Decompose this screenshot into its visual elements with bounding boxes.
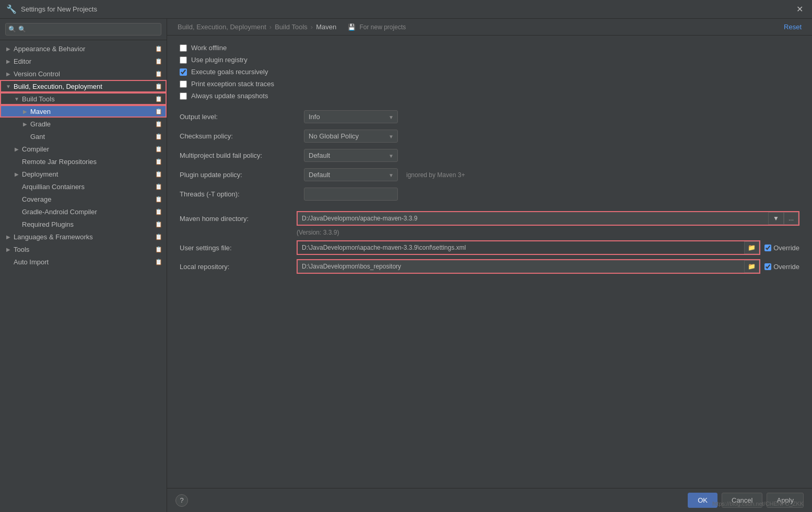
print-exception-checkbox[interactable] (180, 80, 187, 88)
sidebar-item-tools[interactable]: ▶ Tools 📋 (0, 243, 167, 255)
sidebar-label: Maven (29, 108, 153, 115)
local-repo-label: Local repository: (180, 263, 295, 271)
arrow-icon: ▶ (4, 44, 13, 53)
sidebar-item-maven[interactable]: ▶ Maven 📋 (0, 105, 167, 118)
sidebar-label: Build, Execution, Deployment (13, 83, 153, 90)
content-area: Build, Execution, Deployment › Build Too… (167, 19, 812, 512)
sidebar-item-build-exec-deploy[interactable]: ▼ Build, Execution, Deployment 📋 (0, 80, 167, 92)
save-icon: 📋 (155, 121, 162, 127)
save-icon: 📋 (155, 108, 162, 115)
maven-home-browse-button[interactable]: ... (784, 212, 798, 225)
local-repo-input[interactable] (298, 260, 744, 273)
for-new-projects-label: 💾 For new projects (348, 24, 406, 31)
maven-version-text: (Version: 3.3.9) (180, 229, 799, 236)
breadcrumb-item-2: Build Tools (275, 23, 308, 31)
always-update-checkbox[interactable] (180, 92, 187, 100)
local-repo-row: Local repository: 📁 Override (180, 259, 799, 274)
always-update-label[interactable]: Always update snapshots (191, 92, 268, 100)
user-settings-override-label[interactable]: Override (773, 244, 799, 252)
arrow-icon: ▶ (4, 57, 13, 65)
output-level-label: Output level: (180, 113, 300, 121)
save-icon: 📋 (155, 158, 162, 165)
work-offline-checkbox[interactable] (180, 44, 187, 52)
sidebar-item-coverage[interactable]: ▶ Coverage 📋 (0, 193, 167, 205)
user-settings-row: User settings file: 📁 Override (180, 240, 799, 255)
user-settings-browse-button[interactable]: 📁 (744, 241, 759, 254)
sidebar-item-appearance[interactable]: ▶ Appearance & Behavior 📋 (0, 42, 167, 55)
save-icon: 📋 (155, 96, 162, 102)
save-icon: 📋 (155, 45, 162, 52)
save-icon: 📋 (155, 58, 162, 65)
sidebar-item-editor[interactable]: ▶ Editor 📋 (0, 55, 167, 67)
bottom-bar: ? OK Cancel Apply (167, 488, 812, 512)
breadcrumb: Build, Execution, Deployment › Build Too… (178, 23, 406, 31)
local-repo-browse-button[interactable]: 📁 (744, 260, 759, 273)
search-icon: 🔍 (8, 26, 16, 33)
search-input[interactable] (5, 23, 161, 36)
sidebar-item-compiler[interactable]: ▶ Compiler 📋 (0, 143, 167, 155)
save-icon: 📋 (155, 234, 162, 240)
threads-row: Threads (-T option): (180, 188, 799, 201)
sidebar-item-arquillian[interactable]: ▶ Arquillian Containers 📋 (0, 180, 167, 193)
multiproject-policy-row: Multiproject build fail policy: Default … (180, 149, 799, 162)
sidebar-label: Coverage (21, 195, 153, 203)
save-icon: 📋 (155, 133, 162, 140)
sidebar-item-gant[interactable]: ▶ Gant 📋 (0, 130, 167, 143)
print-exception-label[interactable]: Print exception stack traces (191, 80, 274, 88)
sidebar: 🔍 ▶ Appearance & Behavior 📋 ▶ Editor 📋 ▶… (0, 19, 167, 512)
maven-home-dropdown-button[interactable]: ▼ (768, 212, 784, 225)
arrow-icon: ▶ (13, 145, 21, 153)
sidebar-label: Deployment (21, 170, 153, 178)
sidebar-item-auto-import[interactable]: ▶ Auto Import 📋 (0, 255, 167, 268)
output-level-select[interactable]: Info Debug Warn Error (304, 110, 398, 123)
threads-label: Threads (-T option): (180, 190, 300, 198)
checkbox-execute-goals: Execute goals recursively (180, 68, 799, 76)
work-offline-label[interactable]: Work offline (191, 44, 227, 52)
save-icon: 📋 (155, 196, 162, 203)
sidebar-item-required-plugins[interactable]: ▶ Required Plugins 📋 (0, 218, 167, 230)
sidebar-item-build-tools[interactable]: ▼ Build Tools 📋 (0, 92, 167, 105)
local-repo-override-checkbox[interactable] (764, 263, 771, 270)
checkbox-work-offline: Work offline (180, 44, 799, 52)
threads-input[interactable] (304, 188, 398, 201)
sidebar-label: Build Tools (21, 95, 153, 103)
user-settings-input[interactable] (298, 241, 744, 254)
close-button[interactable]: ✕ (793, 3, 806, 16)
watermark: https://blog.csdn.net/CHENFU_ZKK (712, 501, 804, 507)
sidebar-item-languages[interactable]: ▶ Languages & Frameworks 📋 (0, 230, 167, 243)
arrow-icon: ▶ (21, 107, 29, 115)
sidebar-label: Appearance & Behavior (13, 45, 153, 53)
title-bar: 🔧 Settings for New Projects ✕ (0, 0, 812, 19)
plugin-update-policy-select[interactable]: Default Never Always (304, 168, 398, 181)
settings-content: Work offline Use plugin registry Execute… (167, 36, 812, 488)
help-button[interactable]: ? (175, 494, 188, 507)
use-plugin-registry-label[interactable]: Use plugin registry (191, 56, 248, 64)
user-settings-label: User settings file: (180, 244, 295, 252)
save-icon: 📋 (155, 246, 162, 253)
local-repo-override-label[interactable]: Override (773, 263, 799, 271)
checksum-policy-select[interactable]: No Global Policy Strict Warn Ignore (304, 130, 398, 143)
execute-goals-checkbox[interactable] (180, 68, 187, 76)
sidebar-label: Gradle (29, 120, 153, 128)
plugin-update-policy-label: Plugin update policy: (180, 171, 300, 179)
sidebar-label: Arquillian Containers (21, 183, 153, 191)
arrow-icon: ▼ (4, 82, 13, 90)
sidebar-item-deployment[interactable]: ▶ Deployment 📋 (0, 168, 167, 180)
use-plugin-registry-checkbox[interactable] (180, 56, 187, 64)
multiproject-policy-select[interactable]: Default Fail At End Fail Never (304, 149, 398, 162)
sidebar-item-remote-jar[interactable]: ▶ Remote Jar Repositories 📋 (0, 155, 167, 168)
sidebar-item-version-control[interactable]: ▶ Version Control 📋 (0, 67, 167, 80)
user-settings-override-checkbox[interactable] (764, 245, 771, 251)
sidebar-item-gradle[interactable]: ▶ Gradle 📋 (0, 118, 167, 130)
breadcrumb-item-1: Build, Execution, Deployment (178, 23, 266, 31)
save-icon: 📋 (155, 171, 162, 178)
reset-button[interactable]: Reset (784, 23, 802, 31)
checkbox-always-update: Always update snapshots (180, 92, 799, 100)
execute-goals-label[interactable]: Execute goals recursively (191, 68, 268, 76)
checksum-policy-row: Checksum policy: No Global Policy Strict… (180, 130, 799, 143)
sidebar-label: Required Plugins (21, 220, 153, 228)
window-title: Settings for New Projects (21, 5, 97, 13)
sidebar-item-gradle-android[interactable]: ▶ Gradle-Android Compiler 📋 (0, 205, 167, 218)
maven-home-input[interactable] (298, 212, 768, 225)
sidebar-label: Gradle-Android Compiler (21, 208, 153, 216)
